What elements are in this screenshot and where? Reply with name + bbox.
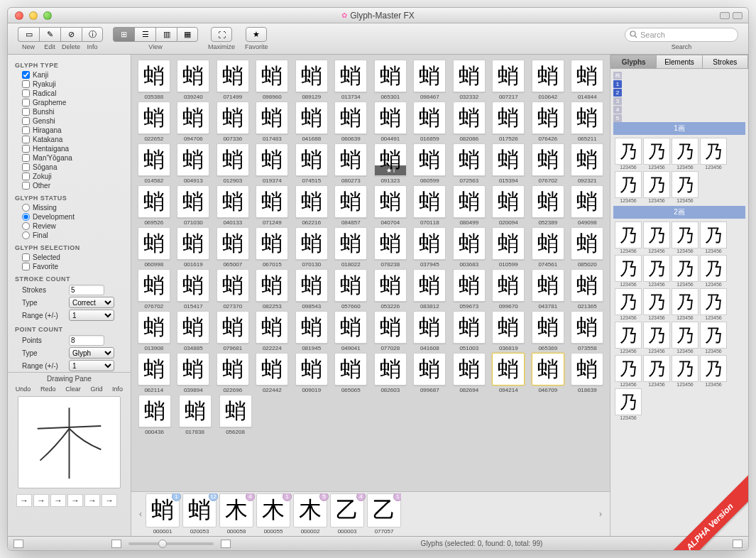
glyph-cell[interactable]: 蛸 xyxy=(219,395,252,427)
point-range-select[interactable]: 1 xyxy=(69,360,114,371)
glyph-cell[interactable]: 蛸 xyxy=(571,143,603,176)
glyph-cell[interactable]: 蛸 xyxy=(295,353,328,385)
rp-glyph[interactable]: 乃 xyxy=(700,322,727,349)
glyph-cell[interactable]: 蛸 xyxy=(492,60,525,92)
glyph-cell[interactable]: 蛸 xyxy=(453,227,486,260)
glyph-cell[interactable]: 蛸 xyxy=(334,311,367,344)
drawing-info-button[interactable]: Info xyxy=(112,385,123,393)
glyph-cell[interactable]: 蛸 xyxy=(374,185,407,218)
glyph-cell[interactable]: 蛸 xyxy=(138,395,171,427)
glyph-cell[interactable]: 蛸 xyxy=(413,269,446,302)
glyph-cell[interactable]: 蛸 xyxy=(177,102,209,134)
glyph-cell[interactable]: 蛸 xyxy=(492,353,525,385)
glyph-cell[interactable]: 蛸 xyxy=(138,102,170,134)
glyph-cell[interactable]: 蛸 xyxy=(374,60,407,92)
rp-glyph[interactable]: 乃 xyxy=(615,221,642,248)
glyph-cell[interactable]: 蛸 xyxy=(177,311,209,344)
glyph-cell[interactable]: 蛸 xyxy=(453,311,486,344)
glyph-status-missing[interactable]: Missing xyxy=(8,203,131,212)
glyph-cell[interactable]: 蛸 xyxy=(334,269,367,302)
glyph-type-bunshi[interactable]: Bunshi xyxy=(8,107,131,116)
info-button[interactable]: ⓘ xyxy=(82,27,103,42)
glyph-cell[interactable]: 蛸 xyxy=(256,102,288,134)
rp-glyph[interactable]: 乃 xyxy=(615,288,642,315)
glyph-cell[interactable]: 蛸 xyxy=(177,227,209,260)
glyph-cell[interactable]: 蛸 xyxy=(492,227,525,260)
glyph-cell[interactable]: 蛸 xyxy=(217,185,249,218)
glyph-cell[interactable]: 蛸 xyxy=(374,353,407,385)
glyph-cell[interactable]: 蛸 xyxy=(374,102,407,134)
glyph-cell[interactable]: 蛸 xyxy=(413,353,446,385)
glyph-cell[interactable]: 蛸 xyxy=(217,227,249,260)
tab-glyphs[interactable]: Glyphs xyxy=(610,55,656,69)
glyph-cell[interactable]: 蛸 xyxy=(413,60,446,92)
glyph-cell[interactable]: 蛸 xyxy=(177,269,209,302)
strip-prev-button[interactable]: ‹ xyxy=(136,509,146,519)
rp-glyph[interactable]: 乃 xyxy=(643,355,670,382)
glyph-cell[interactable]: 蛸 xyxy=(453,269,486,302)
rp-glyph[interactable]: 乃 xyxy=(615,255,642,282)
glyph-cell[interactable]: 蛸 xyxy=(413,185,446,218)
glyph-cell[interactable]: 蛸 xyxy=(295,269,328,302)
index-item[interactable]: 1 xyxy=(613,80,622,88)
glyph-cell[interactable]: 蛸 xyxy=(256,269,288,302)
rp-glyph[interactable]: 乃 xyxy=(672,288,699,315)
glyph-cell[interactable]: 蛸 xyxy=(453,185,486,218)
rp-glyph[interactable]: 乃 xyxy=(615,138,642,165)
rp-glyph[interactable]: 乃 xyxy=(615,355,642,382)
glyph-cell[interactable]: 蛸 xyxy=(571,227,603,260)
stroke-thumb[interactable]: → xyxy=(33,494,49,507)
rp-glyph[interactable]: 乃 xyxy=(615,388,642,415)
drawing-undo-button[interactable]: Undo xyxy=(16,385,31,393)
glyph-cell[interactable]: 蛸 xyxy=(177,143,209,176)
glyph-cell[interactable]: 蛸 xyxy=(334,227,367,260)
glyph-cell[interactable]: 蛸 xyxy=(374,311,407,344)
glyph-type-sōgana[interactable]: Sōgana xyxy=(8,163,131,172)
glyph-type-radical[interactable]: Radical xyxy=(8,89,131,98)
glyph-cell[interactable]: 蛸 xyxy=(532,185,564,218)
glyph-type-hiragana[interactable]: Hiragana xyxy=(8,126,131,135)
index-item[interactable]: 5 xyxy=(613,114,622,122)
glyph-cell[interactable]: 蛸 xyxy=(413,227,446,260)
glyph-cell[interactable]: 蛸 xyxy=(217,353,249,385)
glyph-cell[interactable]: 蛸 xyxy=(374,143,407,176)
glyph-cell[interactable]: 蛸 xyxy=(492,185,525,218)
glyph-cell[interactable]: 蛸 xyxy=(256,185,288,218)
glyph-cell[interactable]: 蛸 xyxy=(532,60,564,92)
status-widget-zoom-out[interactable] xyxy=(111,540,121,548)
glyph-selection-selected[interactable]: Selected xyxy=(8,253,131,262)
glyph-type-kanji[interactable]: Kanji xyxy=(8,70,131,80)
glyph-cell[interactable]: 蛸 xyxy=(179,395,212,427)
rp-glyph[interactable]: 乃 xyxy=(643,288,670,315)
rp-glyph[interactable]: 乃 xyxy=(672,221,699,248)
new-button[interactable]: ▭ xyxy=(18,27,39,42)
glyph-status-review[interactable]: Review xyxy=(8,221,131,231)
glyph-cell[interactable]: 蛸 xyxy=(492,311,525,344)
rp-glyph[interactable]: 乃 xyxy=(700,221,727,248)
stroke-thumb[interactable]: → xyxy=(16,494,32,507)
glyph-cell[interactable]: 蛸 xyxy=(256,143,288,176)
tab-strokes[interactable]: Strokes xyxy=(702,55,748,69)
titlebar-widget-1[interactable] xyxy=(720,12,730,19)
index-item[interactable]: 3 xyxy=(613,97,622,105)
glyph-cell[interactable]: 蛸 xyxy=(413,102,446,134)
rp-glyph[interactable]: 乃 xyxy=(672,138,699,165)
strip-next-button[interactable]: › xyxy=(596,509,606,519)
rp-glyph[interactable]: 乃 xyxy=(615,171,642,198)
view-detail-button[interactable]: ▦ xyxy=(177,27,198,42)
rp-glyph[interactable]: 乃 xyxy=(700,355,727,382)
glyph-cell[interactable]: 蛸 xyxy=(138,185,170,218)
glyph-status-final[interactable]: Final xyxy=(8,231,131,240)
edit-button[interactable]: ✎ xyxy=(39,27,60,42)
glyph-cell[interactable]: 蛸 xyxy=(295,311,328,344)
glyph-cell[interactable]: 蛸 xyxy=(571,311,603,344)
glyph-cell[interactable]: 蛸 xyxy=(138,353,170,385)
rp-glyph[interactable]: 乃 xyxy=(643,171,670,198)
glyph-cell[interactable]: 蛸 xyxy=(413,143,446,176)
glyph-cell[interactable]: 蛸 xyxy=(217,60,249,92)
rp-glyph[interactable]: 乃 xyxy=(700,255,727,282)
glyph-cell[interactable]: 蛸 xyxy=(532,353,564,385)
glyph-cell[interactable]: 蛸 xyxy=(571,60,603,92)
glyph-type-ryakuji[interactable]: Ryakuji xyxy=(8,80,131,89)
rp-glyph[interactable]: 乃 xyxy=(700,138,727,165)
